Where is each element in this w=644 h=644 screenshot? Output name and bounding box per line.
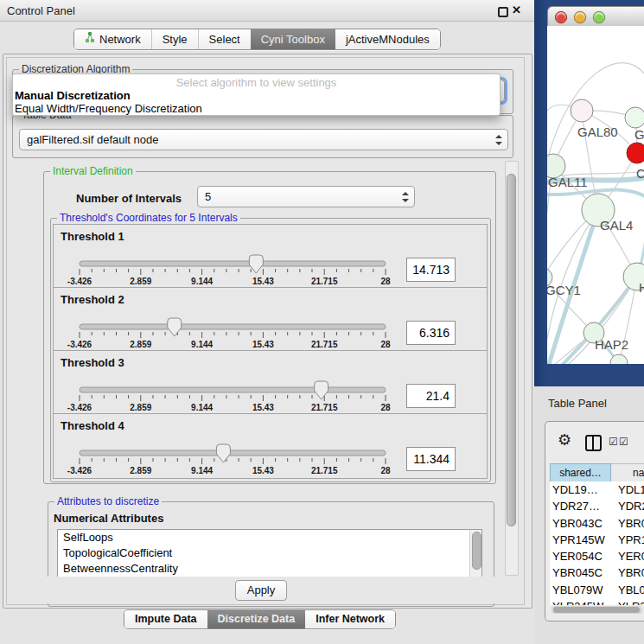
table-rows[interactable]: YDL19…YDL1YDR27…YDR2YBR043CYBR0YPR145WYP… [550,481,644,605]
combo-arrows-icon [495,135,502,145]
algorithm-option-equal-width[interactable]: Equal Width/Frequency Discretization [13,102,500,115]
svg-text:9.144: 9.144 [191,466,213,475]
table-data-combobox-value: galFiltered.sif default node [27,130,158,150]
svg-text:2.859: 2.859 [130,403,151,412]
close-icon[interactable]: ✕ [512,3,521,16]
network-view-canvas[interactable]: GAL80GACGAL11GAL4GCY1HHAP2 [547,26,644,364]
gear-icon[interactable]: ⚙ [558,432,571,448]
threshold-slider[interactable]: -3.4262.8599.14415.4321.71528 [74,249,392,287]
attribute-list-item[interactable]: SelfLoops [58,530,481,545]
bottom-tab-bar: Impute Data Discretize Data Infer Networ… [124,609,396,629]
close-traffic-light[interactable] [555,11,567,23]
threshold-value-field[interactable]: 14.713 [406,258,456,282]
column-header-name[interactable]: na [611,463,644,482]
table-panel-title: Table Panel [548,397,607,410]
table-data-combobox[interactable]: galFiltered.sif default node [19,129,508,150]
column-header-shared-name[interactable]: shared… [550,463,611,482]
svg-text:21.715: 21.715 [311,466,338,475]
thresholds-container: Threshold 1-3.4262.8599.14415.4321.71528… [53,224,488,480]
svg-text:2.859: 2.859 [130,340,151,349]
minimize-traffic-light[interactable] [574,11,586,23]
tab-discretize-data-label: Discretize Data [218,610,296,628]
svg-text:-3.426: -3.426 [67,340,92,349]
tab-cyni-toolbox-label: Cyni Toolbox [261,29,325,49]
table-row[interactable]: YDL19…YDL1 [550,481,644,498]
svg-text:-3.426: -3.426 [67,277,92,286]
table-row[interactable]: YBR043CYBR0 [550,515,644,532]
tab-cyni-toolbox[interactable]: Cyni Toolbox [251,29,335,49]
threshold-value-field[interactable]: 11.344 [406,447,456,471]
tab-jactivemnodules[interactable]: jActiveMNodules [335,29,440,49]
columns-icon[interactable] [585,435,602,451]
network-node-label: GAL11 [548,175,588,189]
checkbox-icon[interactable]: ☑ [619,437,628,447]
tab-infer-network[interactable]: Infer Network [305,610,395,628]
zoom-traffic-light[interactable] [593,11,605,23]
table-scrollbar-thumb[interactable] [553,607,640,613]
checkbox-icon[interactable]: ☑ [609,437,618,447]
network-window-titlebar[interactable] [547,6,644,28]
svg-text:15.43: 15.43 [252,466,274,475]
table-row[interactable]: YLR345WYLR3 [550,598,644,605]
float-window-icon[interactable] [498,7,508,17]
apply-bar: Apply [7,577,522,603]
network-node[interactable] [625,107,644,128]
svg-text:-3.426: -3.426 [67,466,92,475]
table-row[interactable]: YBR045CYBR0 [550,564,644,581]
network-node[interactable] [627,143,644,163]
table-row[interactable]: YPR145WYPR1 [550,532,644,548]
threshold-slider[interactable]: -3.4262.8599.14415.4321.71528 [74,375,392,413]
number-of-intervals-combobox[interactable]: 5 [197,186,415,207]
svg-text:15.43: 15.43 [252,403,274,412]
tab-network[interactable]: Network [74,29,151,49]
table-row[interactable]: YBL079WYBL0 [550,582,644,598]
attribute-list-item[interactable]: BetweennessCentrality [58,561,481,577]
svg-text:21.715: 21.715 [311,403,338,412]
network-node-label: GA [634,127,644,142]
control-panel-titlebar: Control Panel ✕ [0,0,534,22]
network-node[interactable] [571,99,593,122]
attribute-list-item[interactable]: TopologicalCoefficient [58,545,481,561]
main-vertical-scrollbar[interactable] [505,161,519,576]
svg-text:28: 28 [380,403,391,412]
threshold-panel: Threshold 4-3.4262.8599.14415.4321.71528… [53,413,488,479]
tab-select[interactable]: Select [198,29,251,49]
numerical-attributes-label: Numerical Attributes [54,512,163,525]
attributes-group-title: Attributes to discretize [54,495,162,508]
threshold-label: Threshold 2 [61,293,124,306]
tab-style-label: Style [163,29,188,49]
network-node-label: H [639,280,644,295]
table-row[interactable]: YER054CYER0 [550,548,644,564]
top-tab-bar: Network Style Select Cyni Toolbox jActiv… [73,29,441,50]
tab-infer-network-label: Infer Network [316,610,385,628]
svg-text:9.144: 9.144 [191,403,213,412]
tab-style[interactable]: Style [151,29,198,49]
threshold-value-field[interactable]: 6.316 [406,321,456,345]
threshold-slider[interactable]: -3.4262.8599.14415.4321.71528 [74,312,392,350]
svg-text:21.715: 21.715 [311,340,338,349]
table-horizontal-scrollbar[interactable] [552,606,642,614]
interval-definition-title: Interval Definition [50,165,136,178]
svg-text:2.859: 2.859 [130,277,151,286]
main-scrollbar-thumb[interactable] [507,174,516,526]
number-of-intervals-value: 5 [205,187,211,207]
cell-name: YBR0 [614,564,644,581]
network-node-label: GCY1 [547,283,581,297]
network-node-label: GAL4 [600,218,633,233]
tab-impute-data[interactable]: Impute Data [124,610,207,628]
svg-text:2.859: 2.859 [130,466,151,475]
tab-discretize-data[interactable]: Discretize Data [207,610,306,628]
algorithm-option-manual[interactable]: Manual Discretization [13,89,500,102]
svg-text:9.144: 9.144 [191,277,213,286]
cell-shared-name: YBR045C [550,564,614,581]
table-row[interactable]: YDR27…YDR2 [550,498,644,514]
svg-text:28: 28 [380,340,391,349]
threshold-slider[interactable]: -3.4262.8599.14415.4321.71528 [74,438,392,476]
attribute-items: SelfLoopsTopologicalCoefficientBetweenne… [58,530,481,577]
cell-name: YPR1 [614,532,644,548]
cell-name: YER0 [614,548,644,564]
attributes-scrollbar-thumb[interactable] [472,532,481,570]
apply-button[interactable]: Apply [235,580,287,601]
threshold-value-field[interactable]: 21.4 [406,384,456,408]
cell-name: YDL1 [614,481,644,498]
